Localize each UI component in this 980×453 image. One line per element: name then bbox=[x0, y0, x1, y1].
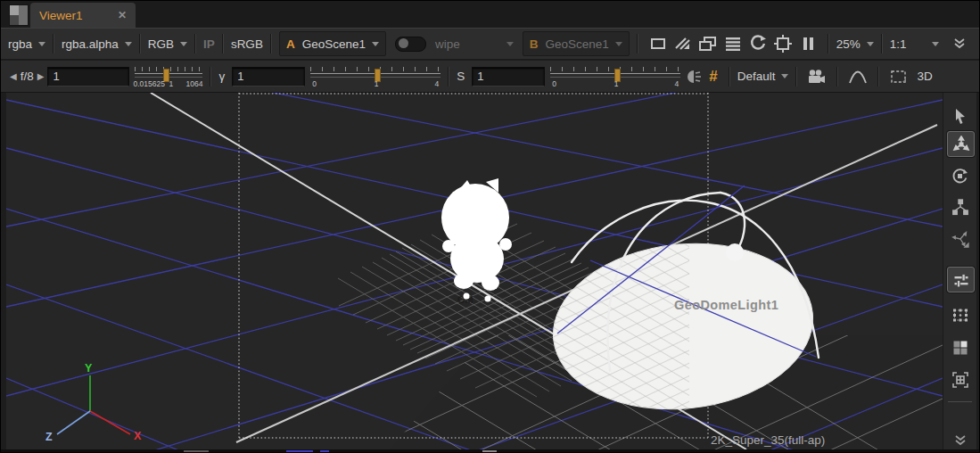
aperture-label: f/8 bbox=[21, 70, 34, 83]
divider bbox=[828, 34, 829, 54]
divider bbox=[948, 401, 972, 402]
divider bbox=[270, 34, 272, 54]
divider bbox=[139, 34, 141, 54]
input-b-select[interactable]: B GeoScene1 bbox=[523, 31, 630, 56]
exposure-toolbar: ◀ f/8 ▶ 0.015625 1 1064 γ 0 1 4 S 0 1 4 bbox=[1, 61, 979, 93]
chevron-down-icon[interactable] bbox=[38, 42, 45, 46]
divider bbox=[194, 34, 196, 54]
alpha-layer-select[interactable]: rgba.alpha bbox=[62, 37, 119, 51]
bottom-panel-sliver bbox=[1, 449, 979, 453]
chevron-down-icon bbox=[372, 42, 379, 46]
axis-handles-tool-button[interactable] bbox=[947, 226, 973, 251]
zoom-level-select[interactable]: 25% bbox=[836, 37, 861, 51]
view-dimension-select[interactable]: 3D bbox=[917, 70, 932, 83]
wipe-toggle[interactable] bbox=[395, 37, 426, 52]
wipe-mode-select[interactable]: wipe bbox=[435, 37, 460, 51]
float-window-icon[interactable] bbox=[696, 32, 721, 55]
pixel-aspect-select[interactable]: 1:1 bbox=[890, 37, 907, 51]
viewer-window: Viewer1 ✕ rgba rgba.alpha RGB IP sRGB A … bbox=[0, 0, 980, 453]
next-stop-icon[interactable]: ▶ bbox=[34, 71, 48, 81]
hierarchy-tool-button[interactable] bbox=[947, 194, 973, 218]
gamma-slider[interactable]: 0 1 4 bbox=[310, 65, 441, 88]
input-a-select[interactable]: A GeoScene1 bbox=[279, 31, 386, 56]
vertex-grid-button[interactable] bbox=[947, 302, 973, 326]
input-a-value: GeoScene1 bbox=[302, 37, 366, 51]
gamma-input[interactable] bbox=[232, 67, 305, 86]
marquee-select-icon[interactable] bbox=[886, 65, 911, 88]
quad-view-button[interactable] bbox=[947, 335, 973, 359]
axis-x-label: X bbox=[134, 430, 142, 442]
viewer-toolbar: rgba rgba.alpha RGB IP sRGB A GeoScene1 … bbox=[1, 28, 979, 60]
headlamp-icon[interactable] bbox=[680, 65, 705, 88]
divider bbox=[795, 67, 797, 86]
saturation-slider[interactable]: 0 1 4 bbox=[550, 65, 680, 88]
gain-input[interactable] bbox=[47, 67, 129, 86]
select-tool-button[interactable] bbox=[947, 103, 973, 128]
lut-mode-select[interactable]: Default bbox=[737, 70, 776, 83]
dome-disk-hatch bbox=[539, 234, 689, 416]
channel-display-select[interactable]: RGB bbox=[148, 37, 174, 51]
divider bbox=[877, 67, 879, 86]
input-b-letter: B bbox=[530, 37, 539, 51]
pane-menu-icon[interactable] bbox=[9, 4, 29, 26]
input-process-toggle[interactable]: IP bbox=[203, 37, 215, 51]
camera-icon[interactable] bbox=[804, 65, 829, 88]
grid-hash-icon[interactable]: # bbox=[709, 68, 717, 86]
gamma-label: γ bbox=[218, 70, 225, 83]
chevron-down-icon[interactable] bbox=[781, 74, 788, 78]
refresh-icon[interactable] bbox=[745, 32, 770, 55]
divider bbox=[210, 67, 211, 86]
divider bbox=[637, 34, 638, 54]
axis-gizmo: Y X Z bbox=[45, 362, 142, 443]
stack-rows-icon[interactable] bbox=[721, 32, 745, 55]
tab-title: Viewer1 bbox=[39, 9, 83, 22]
divider bbox=[881, 34, 883, 54]
dome-light-label: GeoDomeLight1 bbox=[674, 298, 778, 312]
viewport-scene: OM bbox=[6, 93, 943, 449]
chevron-down-icon bbox=[615, 42, 622, 46]
saturation-input[interactable] bbox=[472, 67, 545, 86]
frame-all-button[interactable] bbox=[947, 367, 973, 391]
format-label: 2K_Super_35(full-ap) bbox=[711, 433, 825, 447]
adjust-sliders-button[interactable] bbox=[947, 267, 975, 292]
tab-bar: Viewer1 ✕ bbox=[1, 1, 979, 29]
axis-z-label: Z bbox=[45, 431, 53, 443]
divider bbox=[448, 67, 449, 86]
chevron-down-icon[interactable] bbox=[932, 42, 939, 46]
prev-stop-icon[interactable]: ◀ bbox=[6, 71, 21, 81]
input-a-letter: A bbox=[286, 37, 295, 51]
chevron-down-icon[interactable] bbox=[180, 42, 187, 46]
divider bbox=[222, 34, 224, 54]
divider bbox=[836, 67, 838, 86]
collapse-sidebar-chevron-icon[interactable] bbox=[947, 428, 973, 452]
divider bbox=[53, 34, 54, 54]
saturation-label: S bbox=[457, 70, 465, 83]
gain-target-icon[interactable] bbox=[770, 32, 795, 55]
expand-toolbar-chevron-icon[interactable] bbox=[947, 32, 972, 55]
roi-icon[interactable] bbox=[646, 32, 671, 55]
dome-light-handle[interactable] bbox=[726, 243, 744, 261]
chevron-down-icon[interactable] bbox=[125, 42, 132, 46]
close-icon[interactable]: ✕ bbox=[118, 9, 127, 21]
viewport-3d[interactable]: OM bbox=[6, 93, 943, 449]
gain-slider[interactable]: 0.015625 1 1064 bbox=[135, 65, 202, 88]
dome-light[interactable]: GeoDomeLight1 bbox=[539, 185, 821, 422]
chevron-down-icon[interactable] bbox=[867, 42, 874, 46]
axis-y-label: Y bbox=[85, 362, 93, 375]
proxy-stripes-icon[interactable] bbox=[671, 32, 696, 55]
tab-viewer1[interactable]: Viewer1 ✕ bbox=[30, 3, 136, 28]
layer-select[interactable]: rgba bbox=[8, 37, 32, 51]
input-b-value: GeoScene1 bbox=[545, 37, 608, 51]
rotate-tool-button[interactable] bbox=[947, 164, 973, 188]
pause-icon[interactable] bbox=[795, 32, 820, 55]
translate-tool-button[interactable] bbox=[947, 131, 975, 157]
colorspace-select[interactable]: sRGB bbox=[231, 37, 263, 51]
divider bbox=[729, 67, 730, 86]
chevron-down-icon[interactable] bbox=[506, 42, 514, 46]
viewer-sidebar bbox=[943, 93, 976, 449]
curve-icon[interactable] bbox=[845, 65, 870, 88]
